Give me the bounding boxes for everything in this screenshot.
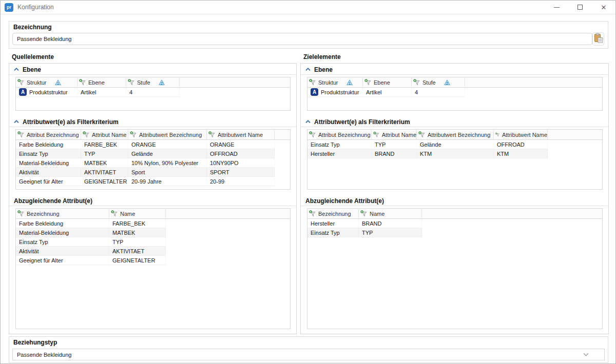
filter-funnel-plus-icon[interactable] (208, 131, 216, 138)
table-row[interactable]: HerstellerBRANDKTMKTM (307, 149, 548, 158)
column-header-struktur[interactable]: Struktur 1 (307, 77, 363, 87)
column-header-name[interactable]: Name (109, 209, 166, 218)
filter-funnel-plus-icon[interactable] (79, 79, 86, 86)
filter-funnel-plus-icon[interactable] (309, 79, 316, 86)
column-header-label: Attribut Name (382, 132, 416, 138)
cell-text: Artikel (366, 89, 382, 95)
close-button[interactable]: ✕ (592, 1, 615, 14)
filter-funnel-plus-icon[interactable] (128, 79, 135, 86)
table-row[interactable]: Farbe BekleidungFARBE_BEKORANGEORANGE (16, 140, 275, 149)
source-ebene-header: Ebene (9, 65, 296, 75)
filter-funnel-plus-icon[interactable] (130, 131, 137, 138)
filter-funnel-plus-icon[interactable] (418, 131, 426, 138)
column-header-name[interactable]: Name (359, 209, 422, 218)
target-match-table: Bezeichnung NameHerstellerBRANDEinsatz T… (307, 208, 603, 329)
sort-order-icon: 1 (346, 79, 353, 86)
column-header-attribut-name[interactable]: Attribut Name (372, 130, 417, 139)
column-header-label: Attributwert Name (502, 132, 547, 138)
chevron-up-icon[interactable] (305, 120, 311, 124)
beziehungstyp-value: Passende Bekleidung (17, 352, 583, 358)
cell-text: 20-99 Jahre (131, 178, 162, 185)
cell-text: Artikel (81, 89, 97, 95)
table-cell: MATBEK (81, 158, 128, 167)
filter-funnel-plus-icon[interactable] (309, 210, 316, 217)
filter-funnel-plus-icon[interactable] (17, 131, 25, 138)
window-title: Konfiguration (17, 4, 54, 11)
table-header-row: Attribut Bezeichnung Attribut Name Attri… (16, 130, 290, 140)
bezeichnung-label: Bezeichnung (13, 24, 608, 31)
table-row[interactable]: Material-BekleidungMATBEK10% Nylon, 90% … (16, 158, 275, 168)
sort-order-icon: 1 (55, 79, 61, 86)
table-cell: Farbe Bekleidung (16, 140, 81, 149)
column-header-label: Attribut Name (92, 132, 126, 138)
table-row[interactable]: AProduktstrukturArtikel4 (307, 88, 465, 97)
filter-funnel-plus-icon[interactable] (111, 210, 118, 217)
column-header-label: Bezeichnung (318, 211, 351, 217)
column-header-ebene[interactable]: Ebene (78, 77, 126, 87)
column-header-bezeichnung[interactable]: Bezeichnung (307, 209, 359, 218)
cell-text: Einsatz Typ (19, 151, 48, 157)
column-header-attribut-bezeichnung[interactable]: Attribut Bezeichnung (307, 130, 372, 139)
cell-text: Material-Bekleidung (19, 160, 69, 166)
table-row[interactable]: Einsatz TypTYP (16, 237, 166, 247)
table-row[interactable]: AktivitätAKTIVITAET (16, 247, 166, 256)
column-header-ebene[interactable]: Ebene (363, 77, 412, 87)
cell-text: TYP (362, 230, 373, 236)
cell-text: TYP (84, 151, 95, 157)
table-row[interactable]: HerstellerBRAND (307, 219, 422, 228)
chevron-up-icon[interactable] (14, 68, 19, 71)
table-cell: SPORT (207, 168, 275, 176)
filter-funnel-plus-icon[interactable] (309, 131, 316, 138)
table-row[interactable]: AktivitätAKTIVITAETSportSPORT (16, 168, 275, 177)
column-header-attributwert-name[interactable]: Attributwert Name (494, 130, 548, 139)
table-cell: BRAND (359, 219, 422, 228)
column-header-attributwert-bezeichnung[interactable]: Attributwert Bezeichnung (128, 130, 207, 139)
paste-button[interactable] (592, 32, 604, 46)
table-row[interactable]: Einsatz TypTYP (307, 228, 422, 237)
table-header-row: Struktur 1 Ebene Stufe 2 (307, 77, 602, 88)
minimize-button[interactable] (545, 1, 568, 14)
table-row[interactable]: Einsatz TypTYPGeländeOFFROAD (307, 140, 548, 149)
table-row[interactable]: Einsatz TypTYPGeländeOFFROAD (16, 149, 275, 158)
column-header-attributwert-name[interactable]: Attributwert Name (207, 130, 275, 139)
target-panel-label: Zielelemente (303, 53, 341, 60)
table-row[interactable]: Geeignet für AlterGEIGNETALTER (16, 256, 166, 265)
column-header-filler (465, 77, 602, 87)
column-header-attributwert-bezeichnung[interactable]: Attributwert Bezeichnung (417, 130, 494, 139)
structure-a-icon: A (19, 88, 27, 96)
filter-funnel-plus-icon[interactable] (364, 79, 372, 86)
chevron-up-icon[interactable] (14, 120, 19, 124)
column-header-struktur[interactable]: Struktur 1 (16, 77, 78, 87)
column-header-label: Attributwert Name (218, 132, 263, 138)
filter-funnel-plus-icon[interactable] (373, 131, 380, 138)
column-header-stufe[interactable]: Stufe 2 (126, 77, 180, 87)
table-row[interactable]: Farbe BekleidungFARBE_BEK (16, 219, 166, 228)
table-row[interactable]: Geeignet für AlterGEIGNETALTER20-99 Jahr… (16, 177, 275, 186)
beziehungstyp-select[interactable]: Passende Bekleidung (12, 349, 605, 360)
section-title: Ebene (314, 66, 333, 73)
column-header-attribut-bezeichnung[interactable]: Attribut Bezeichnung (16, 130, 81, 139)
bezeichnung-input[interactable]: Passende Bekleidung (12, 33, 592, 45)
table-cell: OFFROAD (207, 149, 275, 158)
table-row[interactable]: Material-BekleidungMATBEK (16, 228, 166, 237)
table-row[interactable]: AProduktstrukturArtikel4 (16, 88, 180, 97)
column-header-attribut-name[interactable]: Attribut Name (81, 130, 128, 139)
table-cell: FARBE_BEK (81, 140, 128, 149)
column-header-bezeichnung[interactable]: Bezeichnung (16, 209, 109, 218)
table-cell: 4 (412, 88, 465, 96)
filter-funnel-plus-icon[interactable] (360, 210, 368, 217)
filter-funnel-plus-icon[interactable] (83, 131, 90, 138)
filter-funnel-plus-icon[interactable] (17, 79, 25, 86)
filter-funnel-plus-icon[interactable] (413, 79, 420, 86)
maximize-button[interactable] (568, 1, 592, 14)
titlebar[interactable]: pr Konfiguration ✕ (1, 1, 615, 14)
column-header-stufe[interactable]: Stufe 2 (412, 77, 465, 87)
chevron-up-icon[interactable] (305, 68, 311, 71)
target-filter-table: Attribut Bezeichnung Attribut Name Attri… (307, 129, 603, 190)
column-header-filler (180, 77, 290, 87)
filter-funnel-plus-icon[interactable] (17, 210, 25, 217)
table-cell: Farbe Bekleidung (16, 219, 109, 228)
table-cell: Gelände (417, 140, 494, 149)
filter-funnel-plus-icon[interactable] (495, 131, 500, 138)
beziehungstyp-label: Beziehungstyp (13, 339, 608, 346)
